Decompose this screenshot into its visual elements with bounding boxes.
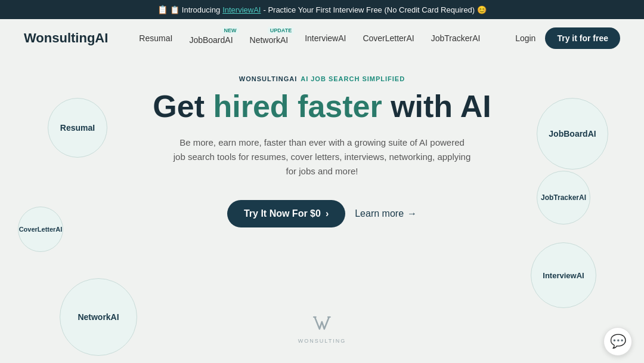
announcement-prefix: 📋 Introducing (170, 5, 220, 14)
hero-tag-logo: WonsultingAI (239, 75, 297, 82)
logo[interactable]: WonsultingAI (24, 30, 108, 46)
bottom-logo-watermark: WONSULTING (298, 313, 346, 344)
cta-btn-label: Try It Now For $0 (244, 208, 321, 219)
chat-icon: 💬 (610, 334, 626, 349)
nav-jobtrackerai[interactable]: JobTrackerAI (424, 30, 488, 47)
hero-section: WonsultingAI AI JOB SEARCH SIMPLIFIED Ge… (0, 57, 644, 227)
arrow-icon: › (326, 208, 329, 219)
circle-networkai: NetworkAI (60, 278, 137, 356)
logo-text: WonsultingAI (24, 30, 108, 46)
hero-subtitle: Be more, earn more, faster than ever wit… (173, 136, 471, 179)
nav-networkai[interactable]: UPDATE NetworkAI (243, 28, 296, 48)
announcement-bar: 📋 📋 Introducing InterviewAI - Practice Y… (0, 0, 644, 19)
badge-update: UPDATE (268, 27, 294, 34)
learn-more-button[interactable]: Learn more → (355, 208, 417, 219)
hero-tag: WonsultingAI AI JOB SEARCH SIMPLIFIED (239, 75, 405, 82)
nav-jobboardai[interactable]: NEW JobBoardAI (182, 28, 240, 48)
circle-interviewai: InterviewAI (531, 242, 596, 308)
bottom-logo-text: WONSULTING (298, 338, 346, 344)
try-it-for-free-button[interactable]: Try it for free (545, 27, 620, 49)
hero-title-with-ai: with AI (382, 89, 491, 124)
hero-title-get: Get (153, 89, 213, 124)
login-button[interactable]: Login (515, 33, 535, 43)
hero-title: Get hired faster with AI (153, 90, 491, 124)
announcement-suffix: - Practice Your First Interview Free (No… (263, 5, 486, 14)
chat-support-button[interactable]: 💬 (603, 327, 632, 356)
hero-title-faster: faster (298, 89, 382, 124)
main-content: ResumaI JobBoardAI JobTrackerAI CoverLet… (0, 57, 644, 363)
nav-resumai[interactable]: ResumaI (132, 30, 179, 47)
announcement-link[interactable]: InterviewAI (222, 5, 261, 14)
wonsulting-logo-icon (311, 313, 333, 336)
navbar: WonsultingAI ResumaI NEW JobBoardAI UPDA… (0, 19, 644, 57)
clipboard-icon: 📋 (157, 5, 168, 14)
learn-more-label: Learn more (355, 208, 404, 219)
nav-interviewai[interactable]: InterviewAI (298, 30, 353, 47)
hero-buttons: Try It Now For $0 › Learn more → (227, 200, 417, 227)
nav-right: Login Try it for free (515, 27, 620, 49)
nav-coverletterai[interactable]: CoverLetterAI (355, 30, 421, 47)
hero-tag-text: AI JOB SEARCH SIMPLIFIED (301, 75, 405, 82)
badge-new: NEW (222, 27, 239, 34)
arrow-right-icon: → (407, 208, 417, 219)
hero-title-hired: hired (213, 89, 298, 124)
nav-links: ResumaI NEW JobBoardAI UPDATE NetworkAI … (132, 28, 515, 48)
try-it-now-button[interactable]: Try It Now For $0 › (227, 200, 345, 227)
